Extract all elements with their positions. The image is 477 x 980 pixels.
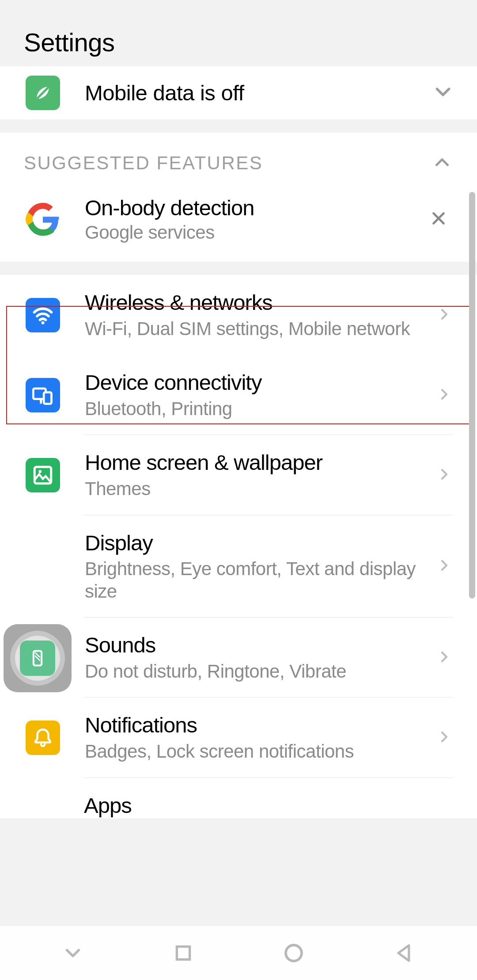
row-wireless-sub: Wi-Fi, Dual SIM settings, Mobile network (85, 318, 428, 340)
bell-icon (26, 721, 60, 755)
wifi-icon (26, 298, 60, 332)
google-icon (26, 202, 60, 236)
row-notifications[interactable]: Notifications Badges, Lock screen notifi… (0, 698, 477, 778)
row-notifications-sub: Badges, Lock screen notifications (85, 740, 428, 763)
devices-icon (26, 378, 60, 412)
svg-point-8 (38, 470, 42, 473)
nav-recents-icon[interactable] (168, 938, 199, 969)
svg-rect-4 (44, 392, 51, 404)
svg-rect-12 (177, 946, 189, 959)
phone-icon (20, 641, 55, 676)
header: Settings (0, 0, 477, 66)
svg-point-2 (42, 321, 45, 324)
row-sounds[interactable]: Sounds Do not disturb, Ringtone, Vibrate (0, 618, 477, 698)
chevron-right-icon (435, 465, 453, 485)
row-display-title: Display (85, 530, 428, 556)
suggested-features-header[interactable]: SUGGESTED FEATURES (0, 133, 477, 188)
row-display[interactable]: Display Brightness, Eye comfort, Text an… (0, 515, 477, 618)
chevron-up-icon[interactable] (431, 151, 453, 175)
image-icon (26, 458, 60, 492)
row-home-sub: Themes (85, 478, 428, 500)
svg-line-0 (36, 86, 50, 100)
row-notifications-title: Notifications (85, 713, 428, 738)
row-wireless-networks[interactable]: Wireless & networks Wi-Fi, Dual SIM sett… (0, 275, 477, 355)
chevron-down-icon[interactable] (431, 80, 455, 106)
suggested-features-label: SUGGESTED FEATURES (24, 153, 263, 174)
nav-home-icon[interactable] (278, 938, 309, 969)
floating-assistive-button[interactable] (4, 624, 72, 692)
chevron-right-icon (435, 648, 453, 667)
mobile-data-text: Mobile data is off (85, 80, 431, 105)
suggested-item-onbody[interactable]: On-body detection Google services (0, 188, 477, 262)
row-device-sub: Bluetooth, Printing (85, 398, 428, 420)
floating-ring-outer (10, 631, 65, 686)
nav-back-icon[interactable] (389, 938, 420, 969)
divider-gap-2 (0, 262, 477, 275)
row-home-wallpaper[interactable]: Home screen & wallpaper Themes (0, 435, 477, 515)
row-notifications-text: Notifications Badges, Lock screen notifi… (85, 713, 435, 763)
divider-gap (0, 119, 477, 133)
row-sounds-text: Sounds Do not disturb, Ringtone, Vibrate (85, 633, 435, 683)
suggested-item-sub: Google services (85, 222, 424, 243)
row-home-title: Home screen & wallpaper (85, 450, 428, 475)
row-display-text: Display Brightness, Eye comfort, Text an… (85, 530, 435, 603)
nav-bar (0, 926, 477, 980)
row-apps[interactable]: Apps (0, 778, 477, 818)
row-device-title: Device connectivity (85, 370, 428, 395)
page-title: Settings (24, 27, 115, 57)
row-device-text: Device connectivity Bluetooth, Printing (85, 370, 435, 420)
close-icon[interactable] (424, 204, 453, 235)
row-sounds-sub: Do not disturb, Ringtone, Vibrate (85, 660, 428, 683)
floating-ring-inner (15, 636, 60, 681)
scroll-indicator[interactable] (469, 192, 475, 599)
row-apps-title: Apps (84, 793, 453, 818)
row-wireless-text: Wireless & networks Wi-Fi, Dual SIM sett… (85, 290, 435, 340)
chevron-right-icon (435, 557, 453, 576)
suggested-item-title: On-body detection (85, 195, 424, 220)
mobile-data-banner[interactable]: Mobile data is off (0, 66, 477, 119)
chevron-right-icon (435, 305, 453, 325)
row-sounds-title: Sounds (85, 633, 428, 658)
row-divider (84, 778, 453, 778)
suggested-item-text: On-body detection Google services (85, 195, 424, 243)
row-display-sub: Brightness, Eye comfort, Text and displa… (85, 558, 428, 602)
row-device-connectivity[interactable]: Device connectivity Bluetooth, Printing (0, 355, 477, 435)
nav-keyboard-down-icon[interactable] (57, 938, 88, 969)
suggested-features-section: SUGGESTED FEATURES On-body detection Goo… (0, 133, 477, 262)
row-home-text: Home screen & wallpaper Themes (85, 450, 435, 500)
chevron-right-icon (435, 385, 453, 405)
leaf-slash-icon (26, 76, 60, 110)
chevron-right-icon (435, 728, 453, 747)
row-wireless-title: Wireless & networks (85, 290, 428, 315)
settings-list: Wireless & networks Wi-Fi, Dual SIM sett… (0, 275, 477, 818)
svg-point-13 (286, 945, 302, 961)
